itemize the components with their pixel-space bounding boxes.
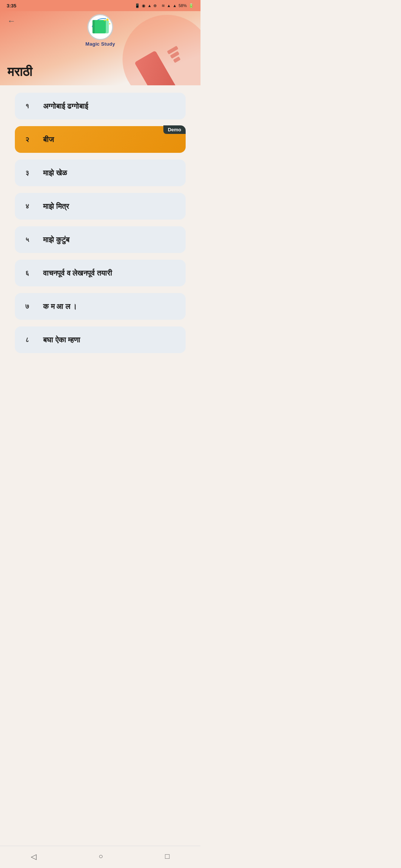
- dash3: [173, 56, 181, 63]
- logo-container: ★ ✦ ✦ Magic Study: [85, 14, 115, 47]
- lesson-title-5: माझे कुटुंब: [43, 236, 69, 244]
- demo-badge: Demo: [163, 125, 186, 134]
- star3-icon: ✦: [103, 19, 106, 22]
- lesson-number-8: ८: [25, 336, 36, 344]
- whatsapp-icon: 📱: [135, 3, 140, 8]
- logo-text: Magic Study: [85, 41, 115, 47]
- lesson-card-4[interactable]: ४ माझे मित्र: [15, 193, 186, 220]
- signal-icon: ◉: [142, 3, 146, 8]
- star2-icon: ✦: [108, 22, 111, 26]
- lesson-card-2[interactable]: Demo २ बीज: [15, 126, 186, 153]
- lesson-number-4: ४: [25, 203, 36, 210]
- status-bar: 3:35 📱 ◉ ▲ ⊕ ≋ ▲ ▲ 58% 🔋: [0, 0, 200, 11]
- lesson-list: १ अग्गोबाई ढग्गोबाई Demo २ बीज ३ माझे खे…: [0, 85, 200, 393]
- lesson-title-6: वाचनपूर्व व लेखनपूर्व तयारी: [43, 269, 112, 277]
- signal-bar2-icon: ▲: [173, 3, 177, 8]
- lesson-card-1[interactable]: १ अग्गोबाई ढग्गोबाई: [15, 93, 186, 119]
- lesson-title-7: क म आ ल ।: [43, 302, 77, 311]
- status-time: 3:35: [7, 3, 16, 9]
- vibrate-icon: ≋: [162, 3, 165, 8]
- battery-icon: 🔋: [189, 3, 194, 8]
- page-title: मराठी: [7, 65, 32, 79]
- status-icons: 📱 ◉ ▲ ⊕ ≋ ▲ ▲ 58% 🔋: [135, 3, 194, 8]
- logo-circle: ★ ✦ ✦: [87, 14, 113, 40]
- lesson-card-3[interactable]: ३ माझे खेळ: [15, 160, 186, 186]
- lesson-title-8: बघा ऐका म्हणा: [43, 336, 80, 344]
- lesson-title-3: माझे खेळ: [43, 169, 67, 177]
- lesson-number-5: ५: [25, 236, 36, 244]
- bottom-spacer: [15, 360, 186, 386]
- lesson-title-4: माझे मित्र: [43, 202, 69, 211]
- lesson-card-7[interactable]: ७ क म आ ल ।: [15, 293, 186, 320]
- lesson-number-6: ६: [25, 269, 36, 277]
- lesson-title-1: अग्गोबाई ढग्गोबाई: [43, 102, 88, 111]
- lesson-card-8[interactable]: ८ बघा ऐका म्हणा: [15, 326, 186, 353]
- lesson-number-7: ७: [25, 303, 36, 310]
- decorative-dashes: [167, 48, 178, 65]
- header-background: ← ★ ✦ ✦ Magic Study मराठी: [0, 11, 200, 85]
- signal-bar-icon: ▲: [167, 3, 171, 8]
- lesson-number-3: ३: [25, 169, 36, 177]
- star1-icon: ★: [105, 17, 110, 22]
- lesson-card-5[interactable]: ५ माझे कुटुंब: [15, 226, 186, 253]
- back-button[interactable]: ←: [7, 16, 16, 26]
- battery-text: 58%: [179, 3, 187, 8]
- logo-inner: ★ ✦ ✦: [90, 17, 110, 37]
- lesson-card-6[interactable]: ६ वाचनपूर्व व लेखनपूर्व तयारी: [15, 260, 186, 286]
- av-icon: ⊕: [153, 3, 157, 8]
- lesson-number-1: १: [25, 102, 36, 110]
- lesson-number-2: २: [25, 136, 36, 144]
- lesson-title-2: बीज: [43, 135, 54, 144]
- navigation-icon: ▲: [147, 3, 151, 8]
